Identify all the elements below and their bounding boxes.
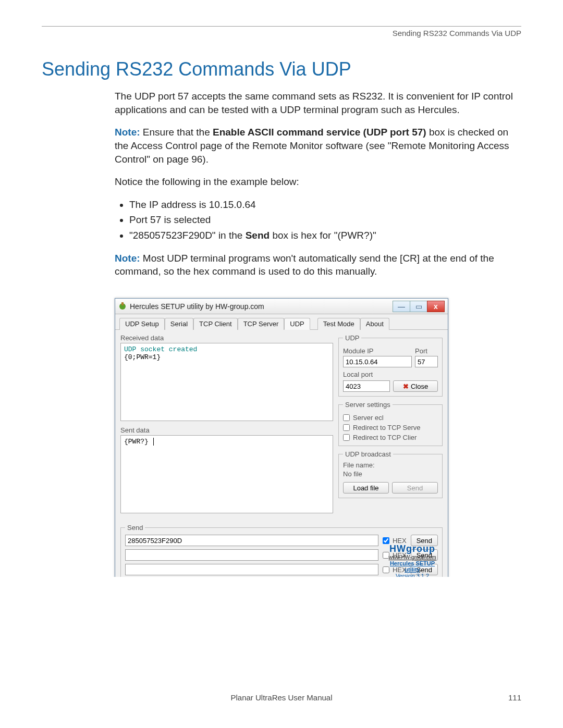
- note1-bold: Enable ASCII command service (UDP port 5…: [213, 127, 426, 138]
- tab-about[interactable]: About: [360, 318, 389, 330]
- tab-serial[interactable]: Serial: [165, 318, 193, 330]
- received-line2: {0;PWR=1}: [124, 353, 329, 361]
- local-port-input[interactable]: [343, 380, 390, 392]
- intro-paragraph: The UDP port 57 accepts the same command…: [115, 90, 521, 116]
- tab-bar: UDP Setup Serial TCP Client TCP Server U…: [115, 314, 448, 330]
- udp-broadcast-legend: UDP broadcast: [343, 450, 393, 458]
- window-close-button[interactable]: x: [427, 301, 445, 312]
- server-settings-group: Server settings Server ecl Redirect to T…: [338, 401, 443, 446]
- note1-text-a: Ensure that the: [140, 127, 213, 138]
- logo-group: group: [406, 544, 435, 554]
- section-heading: Sending RS232 Commands Via UDP: [42, 58, 521, 80]
- page-footer: Planar UltraRes User Manual 111: [42, 693, 521, 702]
- send-input-1[interactable]: [125, 535, 378, 546]
- hercules-window: Hercules SETUP utility by HW-group.com —…: [115, 298, 448, 577]
- udp-group-legend: UDP: [343, 334, 361, 342]
- send-group-legend: Send: [125, 524, 145, 532]
- send-input-2[interactable]: [125, 549, 378, 561]
- bullet-ip: The IP address is 10.15.0.64: [129, 198, 521, 212]
- tab-tcp-client[interactable]: TCP Client: [193, 318, 238, 330]
- bullet-hex-bold: Send: [246, 230, 270, 241]
- send-input-3[interactable]: [125, 564, 378, 575]
- port-input[interactable]: [415, 356, 438, 367]
- udp-broadcast-group: UDP broadcast File name: No file Load fi…: [338, 450, 443, 498]
- redirect-serve-label: Redirect to TCP Serve: [353, 424, 421, 431]
- file-name-label: File name:: [343, 461, 438, 469]
- redirect-clier-checkbox[interactable]: Redirect to TCP Clier: [343, 434, 438, 441]
- logo-hw: HW: [389, 544, 406, 554]
- note2-label: Note:: [115, 253, 140, 264]
- server-ecl-label: Server ecl: [353, 414, 384, 422]
- sent-data-label: Sent data: [120, 426, 333, 434]
- footer-title: Planar UltraRes User Manual: [73, 693, 490, 702]
- broadcast-send-button[interactable]: Send: [392, 482, 438, 493]
- bullet-hex: "285057523F290D" in the Send box is hex …: [129, 229, 521, 242]
- page-number: 111: [490, 693, 521, 702]
- received-data-label: Received data: [120, 334, 333, 342]
- received-line1: UDP socket created: [124, 346, 329, 353]
- maximize-button[interactable]: ▭: [410, 301, 427, 312]
- note1-label: Note:: [115, 127, 140, 138]
- module-ip-label: Module IP: [343, 347, 412, 355]
- sent-line1: {PWR?}: [124, 438, 149, 446]
- tab-udp-setup[interactable]: UDP Setup: [119, 318, 165, 330]
- running-header: Sending RS232 Commands Via UDP: [42, 29, 521, 38]
- port-label: Port: [415, 347, 438, 355]
- note2-text: Most UDP terminal programs won't automat…: [115, 253, 494, 277]
- no-file-text: No file: [343, 470, 438, 478]
- svg-rect-1: [121, 302, 124, 305]
- bullet-port: Port 57 is selected: [129, 213, 521, 227]
- local-port-label: Local port: [343, 371, 438, 378]
- bullet-hex-a: "285057523F290D" in the: [129, 230, 246, 241]
- close-icon: ✖: [403, 382, 409, 390]
- note-2: Note: Most UDP terminal programs won't a…: [115, 252, 521, 278]
- redirect-serve-checkbox[interactable]: Redirect to TCP Serve: [343, 424, 438, 431]
- header-divider: [42, 26, 521, 27]
- bullet-hex-b: box is hex for "(PWR?)": [270, 230, 376, 241]
- server-settings-legend: Server settings: [343, 401, 393, 409]
- hw-group-logo: HWgroup www.HW-group.com Hercules SETUP …: [383, 544, 442, 577]
- app-icon: [118, 302, 127, 311]
- tab-test-mode[interactable]: Test Mode: [317, 318, 360, 330]
- tab-udp[interactable]: UDP: [284, 318, 310, 330]
- example-bullets: The IP address is 10.15.0.64 Port 57 is …: [129, 198, 521, 242]
- minimize-button[interactable]: —: [393, 301, 410, 312]
- module-ip-input[interactable]: [343, 356, 412, 367]
- example-intro: Notice the following in the example belo…: [115, 175, 521, 189]
- redirect-clier-label: Redirect to TCP Clier: [353, 434, 417, 441]
- note-1: Note: Ensure that the Enable ASCII comma…: [115, 126, 521, 166]
- logo-url: www.HW-group.com: [383, 554, 442, 560]
- sent-data-box[interactable]: {PWR?}: [120, 435, 333, 513]
- server-ecl-checkbox[interactable]: Server ecl: [343, 414, 438, 422]
- titlebar: Hercules SETUP utility by HW-group.com —…: [115, 299, 448, 314]
- close-socket-button[interactable]: ✖Close: [393, 380, 438, 392]
- window-title: Hercules SETUP utility by HW-group.com: [130, 302, 393, 311]
- logo-utility-name: Hercules SETUP utility: [383, 560, 442, 573]
- tab-tcp-server[interactable]: TCP Server: [238, 318, 285, 330]
- received-data-box[interactable]: UDP socket created {0;PWR=1}: [120, 343, 333, 421]
- udp-group: UDP Module IP Port Local port: [338, 334, 443, 397]
- logo-version: Version 3.1.2: [383, 573, 442, 577]
- load-file-button[interactable]: Load file: [343, 482, 389, 493]
- close-button-label: Close: [411, 382, 428, 390]
